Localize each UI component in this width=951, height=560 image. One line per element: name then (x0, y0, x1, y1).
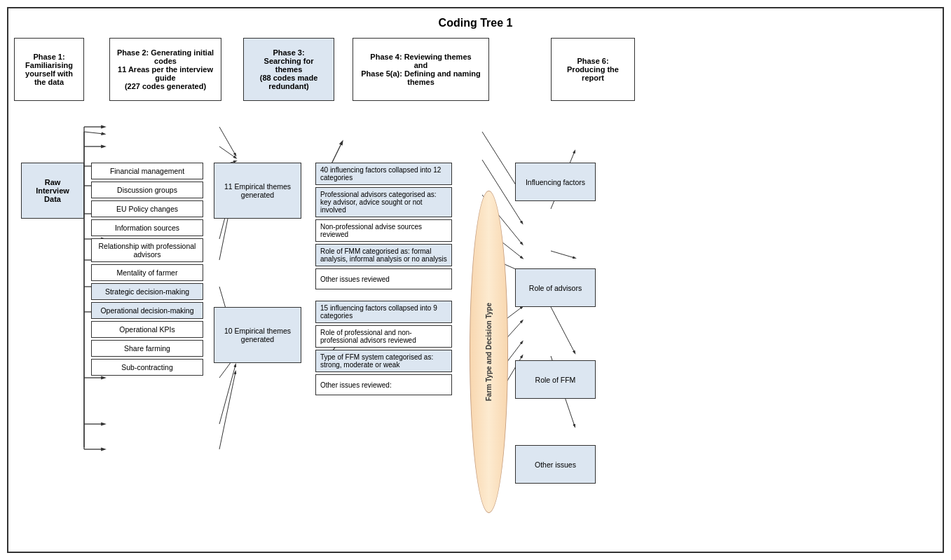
oval: Farm Type and Decision Type (470, 191, 508, 513)
col-raw: Raw Interview Data (14, 107, 91, 219)
oval-text: Farm Type and Decision Type (485, 303, 493, 401)
output-3: Other issues (515, 445, 596, 484)
oval-container: Farm Type and Decision Type (465, 163, 514, 541)
col-phase4-themes: 40 influencing factors collapsed into 12… (315, 107, 463, 395)
theme-top-4: Other issues reviewed (315, 268, 452, 289)
theme-bot-2: Type of FFM system categorised as: stron… (315, 350, 452, 372)
output-0: Influencing factors (515, 163, 596, 201)
raw-interview-box: Raw Interview Data (21, 163, 84, 219)
code-item-0: Financial management (91, 163, 203, 179)
spacer3 (337, 38, 350, 101)
theme-bot-1: Role of professional and non-professiona… (315, 325, 452, 348)
phase1-header: Phase 1: Familiarising yourself with the… (14, 38, 84, 101)
theme-top-1: Professional advisors categorised as: ke… (315, 187, 452, 217)
phase3-header-col: Phase 3: Searching for themes (88 codes … (243, 38, 334, 101)
empirical-top-box: 11 Empirical themes generated (214, 163, 301, 219)
empirical-bottom-box: 10 Empirical themes generated (214, 307, 301, 363)
headers-row: Phase 1: Familiarising yourself with the… (14, 38, 937, 101)
empirical-section: 11 Empirical themes generated 10 Empiric… (214, 163, 305, 363)
code-item-5: Mentality of farmer (91, 264, 203, 281)
col-codes: Financial management Discussion groups E… (91, 107, 214, 376)
phase6-header: Phase 6: Producing the report (551, 38, 635, 101)
theme-bot-0: 15 influencing factors collapsed into 9 … (315, 301, 452, 323)
code-item-7: Operational decision-making (91, 302, 203, 319)
code-item-10: Sub-contracting (91, 359, 203, 376)
code-item-2: EU Policy changes (91, 200, 203, 217)
phase2-header: Phase 2: Generating initial codes 11 Are… (109, 38, 221, 101)
theme-top-3: Role of FMM categorised as: formal analy… (315, 244, 452, 266)
col-oval: Farm Type and Decision Type (463, 107, 515, 541)
col-empirical: 11 Empirical themes generated 10 Empiric… (214, 107, 315, 363)
phase6-header-col: Phase 6: Producing the report (551, 38, 642, 101)
col-outputs: Influencing factors Role of advisors Rol… (515, 107, 606, 484)
theme-bot-3: Other issues reviewed: (315, 374, 452, 395)
code-item-8: Operational KPIs (91, 321, 203, 338)
phase4-header: Phase 4: Reviewing themes and Phase 5(a)… (353, 38, 489, 101)
phase6-outputs: Influencing factors Role of advisors Rol… (515, 163, 599, 484)
phase3-header: Phase 3: Searching for themes (88 codes … (243, 38, 334, 101)
output-2: Role of FFM (515, 360, 596, 399)
code-item-1: Discussion groups (91, 182, 203, 198)
spacer1 (94, 38, 107, 101)
output-1: Role of advisors (515, 268, 596, 307)
page-title: Coding Tree 1 (14, 14, 937, 32)
code-item-4: Relationship with professional advisors (91, 238, 203, 262)
diagram-wrapper: Raw Interview Data Financial management … (14, 104, 937, 517)
phase4-top-themes: 40 influencing factors collapsed into 12… (315, 163, 452, 395)
diagram-body: Raw Interview Data Financial management … (14, 104, 937, 541)
theme-top-0: 40 influencing factors collapsed into 12… (315, 163, 452, 185)
code-list: Financial management Discussion groups E… (91, 163, 203, 376)
code-item-9: Share farming (91, 340, 203, 357)
code-item-6: Strategic decision-making (91, 283, 203, 300)
oval-spacer (495, 38, 548, 101)
themes-divider (315, 292, 452, 299)
theme-top-2: Non-professional advise sources reviewed (315, 219, 452, 242)
phase2-header-col: Phase 2: Generating initial codes 11 Are… (109, 38, 225, 101)
phase4-header-col: Phase 4: Reviewing themes and Phase 5(a)… (353, 38, 493, 101)
code-item-3: Information sources (91, 219, 203, 236)
main-container: Coding Tree 1 Phase 1: Familiarising you… (7, 7, 944, 553)
spacer2 (228, 38, 240, 101)
phase1-header-col: Phase 1: Familiarising yourself with the… (14, 38, 91, 101)
